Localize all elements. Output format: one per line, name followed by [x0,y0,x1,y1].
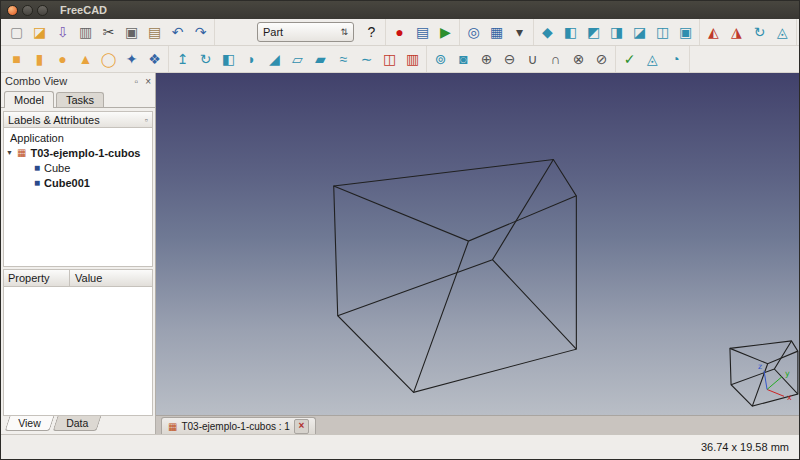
cube-object-icon: ■ [34,163,40,173]
tree-item-cube[interactable]: ■ Cube [4,160,152,175]
measure-linear-icon[interactable]: ◭ [702,21,725,43]
tree-cube001-label: Cube001 [44,177,90,189]
float-panel-icon[interactable]: ▫ [135,76,139,87]
torus-icon[interactable]: ◯ [97,48,120,70]
tab-data-label: Data [66,417,88,429]
defeaturing-icon[interactable]: ◬ [641,48,664,70]
tree-item-application[interactable]: Application [4,130,152,145]
workbench-selector[interactable]: Part ⇅ [257,22,354,42]
combo-view-tabs: Model Tasks [1,89,155,108]
header-options-icon[interactable]: ▫ [145,115,148,125]
view-bottom-icon[interactable]: ◫ [651,21,674,43]
save-icon[interactable]: ⇩ [51,21,74,43]
make-face-icon[interactable]: ▱ [286,48,309,70]
undo-icon[interactable]: ↶ [166,21,189,43]
cube-wireframe[interactable] [334,159,577,392]
sphere-icon[interactable]: ● [51,48,74,70]
chamfer-icon[interactable]: ◢ [263,48,286,70]
maximize-window-button[interactable] [37,5,48,16]
thickness-icon[interactable]: ◙ [452,48,475,70]
document-tab-label: T03-ejemplo-1-cubos : 1 [181,421,289,432]
part-misc-toolbar-group: ✓◬◔ [616,46,690,72]
redo-icon[interactable]: ↷ [189,21,212,43]
property-editor-body[interactable] [3,287,153,416]
labels-attributes-title: Labels & Attributes [8,114,100,126]
connect-icon[interactable]: ⊗ [567,48,590,70]
whats-this-icon[interactable]: ? [360,21,383,43]
expander-icon[interactable]: ▼ [6,149,17,156]
box-icon[interactable]: ■ [5,48,28,70]
revolve-icon[interactable]: ↻ [194,48,217,70]
measure-refresh-icon[interactable]: ↻ [748,21,771,43]
freecad-window: FreeCAD ▢◪⇩▥✂▣▤↶↷ Part ⇅ ? ●▤▶ ◎▦▾ ◆◧◩◨◪… [0,0,800,460]
3d-viewport[interactable]: x y z [156,73,799,415]
tree-item-document[interactable]: ▼ ▦ T03-ejemplo-1-cubos [4,145,152,160]
tab-tasks[interactable]: Tasks [56,92,104,107]
view-left-icon[interactable]: ▣ [674,21,697,43]
macro-record-icon[interactable]: ● [388,21,411,43]
ruled-surface-icon[interactable]: ▰ [309,48,332,70]
tab-data[interactable]: Data [52,416,101,431]
paste-icon[interactable]: ▤ [143,21,166,43]
chevron-down-icon[interactable]: ▾ [508,21,531,43]
create-primitives-icon[interactable]: ✦ [120,48,143,70]
cross-sections-icon[interactable]: ▥ [401,48,424,70]
new-document-icon[interactable]: ▢ [5,21,28,43]
close-window-button[interactable] [7,5,18,16]
close-panel-icon[interactable]: × [145,76,151,87]
tree-item-cube001[interactable]: ■ Cube001 [4,175,152,190]
cone-icon[interactable]: ▲ [74,48,97,70]
sweep-icon[interactable]: ∼ [355,48,378,70]
tree-cube-label: Cube [44,162,70,174]
shape-builder-icon[interactable]: ❖ [143,48,166,70]
tab-view[interactable]: View [5,416,54,431]
open-document-icon[interactable]: ◪ [28,21,51,43]
boolean-toolbar-group: ⊚◙⊕⊖∪∩⊗⊘ [427,46,616,72]
property-editor-header: Property Value [3,269,153,287]
cube-object-icon: ■ [34,178,40,188]
cut-icon[interactable]: ✂ [97,21,120,43]
minimize-window-button[interactable] [22,5,33,16]
measure-toolbar-group: ◭◮↻◬ [700,19,797,45]
boolean-cut-icon[interactable]: ⊖ [498,48,521,70]
property-editor: Property Value [3,269,153,416]
axis-y-label: y [785,369,790,378]
file-toolbar-group: ▢◪⇩▥✂▣▤↶↷ [3,19,215,45]
measure-clear-icon[interactable]: ◬ [771,21,794,43]
view-right-icon[interactable]: ◨ [605,21,628,43]
property-view-tabs: View Data [1,416,155,434]
view-rear-icon[interactable]: ◪ [628,21,651,43]
copy-icon[interactable]: ▣ [120,21,143,43]
measure-angular-icon[interactable]: ◮ [725,21,748,43]
mirror-icon[interactable]: ◧ [217,48,240,70]
union-icon[interactable]: ∪ [521,48,544,70]
check-geometry-icon[interactable]: ✓ [618,48,641,70]
combo-view-title: Combo View [5,75,67,87]
combo-view-titlebar: Combo View ▫ × [1,73,155,89]
view-isometric-icon[interactable]: ◆ [536,21,559,43]
view-top-icon[interactable]: ◩ [582,21,605,43]
macro-edit-icon[interactable]: ▤ [411,21,434,43]
fillet-icon[interactable]: ◗ [240,48,263,70]
tab-model[interactable]: Model [4,91,54,108]
view-front-icon[interactable]: ◧ [559,21,582,43]
print-icon[interactable]: ▥ [74,21,97,43]
document-tab[interactable]: ▦ T03-ejemplo-1-cubos : 1 × [161,417,316,434]
titlebar: FreeCAD [1,1,799,19]
macro-play-icon[interactable]: ▶ [434,21,457,43]
workbench-selected-label: Part [263,26,283,38]
close-document-icon[interactable]: × [294,419,309,434]
section-icon[interactable]: ◫ [378,48,401,70]
zoom-fit-icon[interactable]: ◎ [462,21,485,43]
draw-style-icon[interactable]: ▦ [485,21,508,43]
intersection-icon[interactable]: ∩ [544,48,567,70]
axis-z-label: z [758,362,762,371]
refine-shape-icon[interactable]: ◔ [664,48,687,70]
split-icon[interactable]: ⊘ [590,48,613,70]
offset-icon[interactable]: ⊚ [429,48,452,70]
cylinder-icon[interactable]: ▮ [28,48,51,70]
extrude-icon[interactable]: ↥ [171,48,194,70]
boolean-icon[interactable]: ⊕ [475,48,498,70]
loft-icon[interactable]: ≈ [332,48,355,70]
tab-model-label: Model [14,94,44,106]
